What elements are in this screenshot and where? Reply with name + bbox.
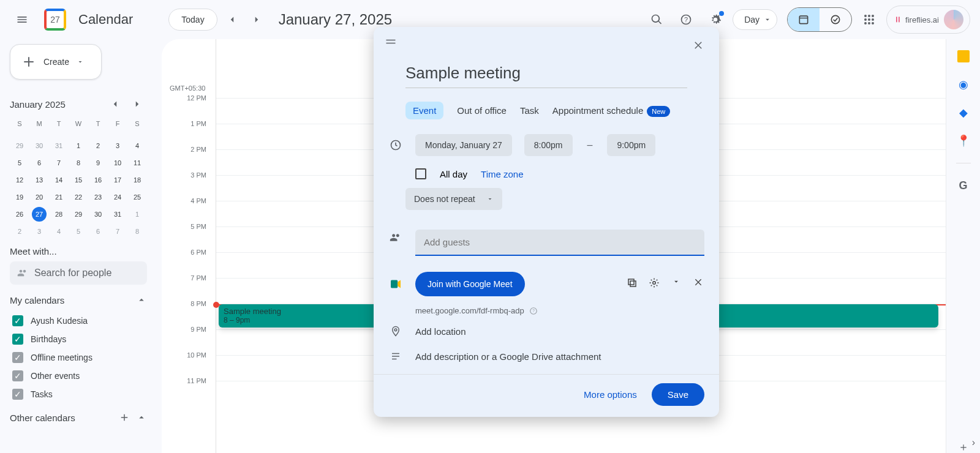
- mini-day[interactable]: 8: [130, 224, 145, 239]
- meet-settings-icon[interactable]: [648, 277, 660, 291]
- calendar-item[interactable]: ✓Birthdays: [10, 330, 147, 348]
- mini-day[interactable]: 20: [32, 190, 47, 204]
- tab-event[interactable]: Event: [405, 102, 443, 119]
- calendar-item[interactable]: ✓Tasks: [10, 385, 147, 403]
- mini-day[interactable]: 1: [130, 207, 145, 222]
- create-button[interactable]: Create: [10, 44, 102, 80]
- view-dropdown[interactable]: Day: [733, 9, 777, 30]
- tab-out-of-office[interactable]: Out of office: [457, 105, 507, 116]
- mini-day[interactable]: 19: [12, 190, 27, 204]
- prev-day-button[interactable]: [222, 10, 242, 29]
- calendar-item[interactable]: ✓Other events: [10, 367, 147, 385]
- mini-day[interactable]: 3: [110, 138, 125, 153]
- mini-day[interactable]: 10: [110, 155, 125, 170]
- addon-icon[interactable]: G: [957, 179, 970, 192]
- mini-day[interactable]: 15: [71, 173, 86, 187]
- avatar[interactable]: [944, 10, 963, 29]
- people-search[interactable]: Search for people: [10, 261, 147, 285]
- calendar-item[interactable]: ✓Ayush Kudesia: [10, 312, 147, 330]
- calendar-checkbox[interactable]: ✓: [12, 315, 23, 326]
- save-button[interactable]: Save: [652, 383, 704, 406]
- more-options-link[interactable]: More options: [584, 389, 637, 400]
- mini-day[interactable]: 5: [12, 155, 27, 170]
- event-title-input[interactable]: [405, 61, 687, 88]
- mini-day[interactable]: 7: [110, 224, 125, 239]
- mini-day[interactable]: 7: [51, 155, 66, 170]
- all-day-checkbox[interactable]: [415, 168, 426, 179]
- mini-day[interactable]: 21: [51, 190, 66, 204]
- mini-day[interactable]: 28: [51, 207, 66, 222]
- mini-day[interactable]: 3: [32, 224, 47, 239]
- mini-day[interactable]: 6: [32, 155, 47, 170]
- timezone-link[interactable]: Time zone: [481, 169, 523, 179]
- tab-appointment[interactable]: Appointment scheduleNew: [552, 105, 670, 116]
- mini-day[interactable]: 31: [110, 207, 125, 222]
- mini-day[interactable]: 24: [110, 190, 125, 204]
- calendar-view-toggle[interactable]: [788, 8, 820, 31]
- mini-day[interactable]: 26: [12, 207, 27, 222]
- mini-day[interactable]: 29: [71, 207, 86, 222]
- remove-meet-icon[interactable]: [692, 277, 704, 291]
- next-day-button[interactable]: [247, 10, 266, 29]
- mini-next-month[interactable]: [127, 94, 147, 114]
- mini-day[interactable]: 29: [12, 138, 27, 153]
- mini-day[interactable]: 6: [91, 224, 105, 239]
- mini-day[interactable]: 31: [51, 138, 66, 153]
- mini-day[interactable]: 5: [71, 224, 86, 239]
- calendar-checkbox[interactable]: ✓: [12, 352, 23, 363]
- start-time-chip[interactable]: 8:00pm: [524, 134, 573, 156]
- fireflies-extension-button[interactable]: ⁞⁞ fireflies.ai: [886, 6, 970, 34]
- add-calendar-icon[interactable]: [119, 412, 130, 423]
- calendar-checkbox[interactable]: ✓: [12, 389, 23, 400]
- calendar-item[interactable]: ✓Offline meetings: [10, 348, 147, 367]
- mini-day[interactable]: 18: [130, 173, 145, 187]
- repeat-dropdown[interactable]: Does not repeat: [405, 188, 502, 210]
- mini-prev-month[interactable]: [105, 94, 125, 114]
- mini-day[interactable]: 9: [91, 155, 105, 170]
- meet-help-icon[interactable]: ?: [529, 307, 538, 315]
- mini-day[interactable]: 4: [51, 224, 66, 239]
- mini-day[interactable]: 2: [91, 138, 105, 153]
- mini-day[interactable]: 27: [32, 207, 47, 222]
- mini-day[interactable]: 4: [130, 138, 145, 153]
- mini-day[interactable]: 2: [12, 224, 27, 239]
- mini-day[interactable]: 23: [91, 190, 105, 204]
- tasks-panel-icon[interactable]: ◉: [957, 78, 970, 91]
- close-popup-icon[interactable]: [688, 36, 708, 55]
- tasks-view-toggle[interactable]: [820, 8, 851, 31]
- contacts-icon[interactable]: ◆: [957, 107, 970, 119]
- mini-day[interactable]: 8: [71, 155, 86, 170]
- calendar-checkbox[interactable]: ✓: [12, 370, 23, 381]
- my-calendars-header[interactable]: My calendars: [10, 294, 147, 305]
- tab-task[interactable]: Task: [520, 105, 539, 116]
- add-description[interactable]: Add description or a Google Drive attach…: [415, 351, 601, 362]
- date-chip[interactable]: Monday, January 27: [415, 134, 512, 156]
- mini-day[interactable]: 14: [51, 173, 66, 187]
- end-time-chip[interactable]: 9:00pm: [607, 134, 655, 156]
- mini-day[interactable]: 22: [71, 190, 86, 204]
- mini-day[interactable]: 30: [91, 207, 105, 222]
- hide-panel-icon[interactable]: ›: [972, 437, 975, 448]
- mini-day[interactable]: 17: [110, 173, 125, 187]
- keep-icon[interactable]: [957, 50, 970, 62]
- mini-day[interactable]: 12: [12, 173, 27, 187]
- today-button[interactable]: Today: [168, 9, 217, 31]
- mini-day[interactable]: 16: [91, 173, 105, 187]
- calendar-checkbox[interactable]: ✓: [12, 334, 23, 345]
- mini-day[interactable]: 30: [32, 138, 47, 153]
- main-menu-icon[interactable]: [10, 7, 34, 32]
- copy-meet-icon[interactable]: [626, 277, 638, 291]
- add-location[interactable]: Add location: [415, 326, 466, 337]
- mini-day[interactable]: 1: [71, 138, 86, 153]
- mini-day[interactable]: 11: [130, 155, 145, 170]
- join-meet-button[interactable]: Join with Google Meet: [415, 272, 525, 296]
- drag-handle-icon[interactable]: [385, 36, 399, 50]
- google-apps-icon[interactable]: [857, 7, 881, 32]
- other-calendars-header[interactable]: Other calendars: [10, 412, 147, 423]
- mini-day[interactable]: 25: [130, 190, 145, 204]
- add-panel-icon[interactable]: ＋: [957, 441, 970, 453]
- guests-input[interactable]: [415, 230, 704, 256]
- meet-dropdown-icon[interactable]: [670, 277, 682, 291]
- maps-icon[interactable]: 📍: [957, 135, 970, 147]
- mini-day[interactable]: 13: [32, 173, 47, 187]
